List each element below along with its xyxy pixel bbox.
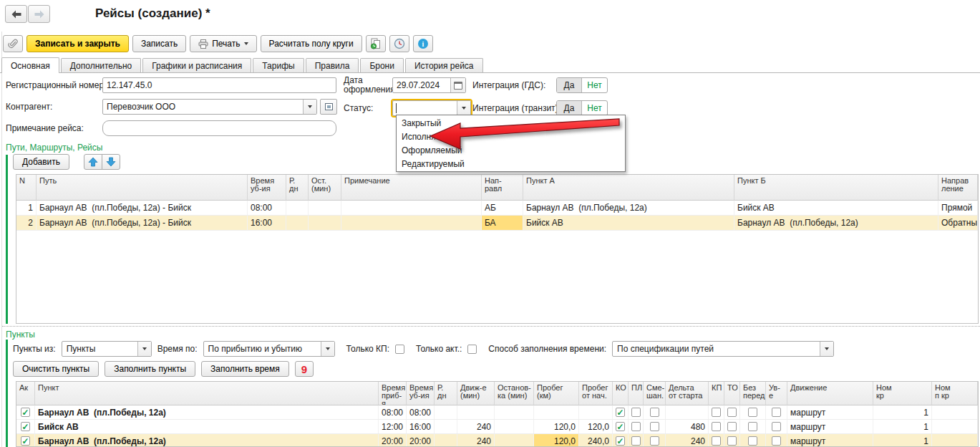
cell-nom-kr: 1 [873, 420, 932, 433]
cell-point-a: Барнаул АВ (пл.Победы, 12а) [523, 201, 734, 215]
tab-istoriya-reysa[interactable]: История рейса [405, 58, 483, 72]
chevron-down-icon[interactable] [321, 342, 334, 356]
tab-broni[interactable]: Брони [360, 58, 404, 72]
uv-checkbox[interactable] [772, 436, 781, 446]
chevron-down-icon[interactable] [303, 100, 316, 114]
integration-transit-yes-button[interactable]: Да [557, 101, 582, 115]
move-down-button[interactable] [102, 154, 120, 170]
issue-date-label: Дата оформления: [344, 76, 391, 95]
chevron-down-icon[interactable] [820, 342, 833, 356]
save-close-button[interactable]: Записать и закрыть [26, 35, 129, 52]
no-transfer-checkbox[interactable] [748, 408, 757, 417]
status-select[interactable] [392, 100, 471, 116]
to-checkbox[interactable] [727, 436, 737, 446]
cell-direction: Обратный [938, 216, 978, 230]
mixed-checkbox[interactable] [650, 408, 659, 417]
cell-dir-active: БА [482, 216, 523, 230]
info-button[interactable]: i [413, 35, 433, 52]
fill-method-select[interactable]: По спецификации путей [612, 341, 834, 357]
kp-checkbox[interactable] [712, 422, 721, 431]
only-act-checkbox[interactable] [467, 345, 477, 354]
column-header: Направ ление [938, 175, 978, 201]
cell-run-total [579, 405, 613, 419]
column-header: Ак [16, 382, 35, 405]
report-document-button[interactable] [366, 35, 386, 52]
cell-point-a: Бийск АВ [523, 216, 734, 230]
kp-checkbox[interactable] [712, 436, 721, 446]
column-header: Пробег (км) [534, 382, 579, 405]
only-kp-checkbox[interactable] [395, 345, 404, 354]
uv-checkbox[interactable] [772, 422, 781, 431]
to-checkbox[interactable] [727, 408, 737, 417]
save-button[interactable]: Записать [132, 35, 186, 52]
calc-half-circles-button[interactable]: Расчитать полу круги [261, 35, 362, 52]
ko-checkbox[interactable] [616, 408, 625, 417]
tab-dopolnitelno[interactable]: Дополнительно [61, 58, 141, 72]
clear-points-button[interactable]: Очистить пункты [13, 361, 99, 377]
fill-time-button[interactable]: Заполнить время [201, 361, 289, 377]
status-option-redaktiruemyj[interactable]: Редактируемый [397, 157, 625, 170]
reg-number-input[interactable]: 12.147.45.0 [102, 77, 336, 93]
points-section-title: Пункты [6, 330, 35, 340]
pl-checkbox[interactable] [631, 422, 641, 431]
ko-checkbox[interactable] [616, 436, 625, 446]
tab-grafiki-i-raspisaniya[interactable]: Графики и расписания [142, 58, 251, 72]
active-checkbox[interactable] [21, 436, 30, 446]
chevron-down-icon[interactable] [457, 101, 470, 115]
move-up-button[interactable] [84, 154, 102, 170]
cell-direction: Прямой [938, 201, 978, 215]
mixed-checkbox[interactable] [650, 436, 659, 446]
table-row-selected[interactable]: 2 Барнаул АВ (пл.Победы, 12а) - Бийск 16… [16, 216, 978, 231]
kp-checkbox[interactable] [712, 408, 721, 417]
tab-pravila[interactable]: Правила [306, 58, 359, 72]
integration-transit-no-button[interactable]: Нет [582, 101, 607, 115]
time-by-select[interactable]: По прибытию и убытию [203, 341, 335, 357]
table-row-selected[interactable]: Барнаул АВ (пл.Победы, 12а) 20:00 20:00 … [16, 434, 978, 447]
integration-gds-yes-button[interactable]: Да [557, 78, 582, 92]
integration-gds-no-button[interactable]: Нет [582, 78, 607, 92]
add-row-button[interactable]: Добавить [13, 154, 69, 170]
tab-osnovnaya[interactable]: Основная [1, 57, 59, 73]
column-header: Пробег от нач. [579, 382, 613, 405]
uv-checkbox[interactable] [772, 408, 781, 417]
active-checkbox[interactable] [21, 422, 30, 431]
chevron-down-icon[interactable] [137, 342, 151, 356]
table-row[interactable]: Барнаул АВ (пл.Победы, 12а) 08:00 08:00 … [16, 405, 978, 420]
table-row[interactable]: Бийск АВ 12:00 16:00 240 120,0 120,0 480… [16, 420, 978, 434]
print-button[interactable]: Печать [190, 35, 256, 52]
no-transfer-checkbox[interactable] [748, 436, 757, 446]
table-row[interactable]: 1 Барнаул АВ (пл.Победы, 12а) - Бийск 08… [16, 201, 978, 216]
contractor-open-button[interactable] [320, 99, 337, 115]
issue-date-input[interactable]: 29.07.2024 [392, 77, 466, 93]
routes-table: N Путь Время уб-ия Р. дн Ост. (мин) Прим… [16, 174, 979, 324]
forward-button[interactable] [28, 5, 50, 23]
attachment-button[interactable] [3, 35, 23, 52]
ko-checkbox[interactable] [616, 422, 625, 431]
tab-tarify[interactable]: Тарифы [253, 58, 304, 72]
back-button[interactable] [5, 5, 27, 23]
active-checkbox[interactable] [21, 408, 30, 417]
pl-checkbox[interactable] [631, 436, 641, 446]
pl-checkbox[interactable] [631, 408, 641, 417]
to-checkbox[interactable] [727, 422, 737, 431]
paperclip-icon [8, 39, 19, 49]
routes-table-header: N Путь Время уб-ия Р. дн Ост. (мин) Прим… [16, 175, 978, 201]
trip-note-input[interactable] [102, 120, 336, 136]
column-header: Без перед. [740, 382, 766, 405]
contractor-select[interactable]: Перевозчик ООО [102, 99, 317, 115]
fill-points-button[interactable]: Заполнить пункты [105, 361, 195, 377]
points-from-value: Пункты [62, 342, 137, 356]
mixed-checkbox[interactable] [650, 422, 659, 431]
cell-point-b: Барнаул АВ (пл.Победы, 12а) [734, 216, 938, 230]
cell-r-dn [286, 201, 309, 215]
points-from-select[interactable]: Пункты [62, 341, 152, 357]
column-header: Пункт А [523, 175, 734, 201]
calendar-button[interactable] [450, 78, 465, 92]
fill-method-label: Способ заполнения времени: [488, 344, 606, 354]
page-title: Рейсы (создание) * [95, 6, 210, 21]
fill-method-value: По спецификации путей [613, 342, 820, 356]
map-pin-button[interactable]: 9 [295, 361, 314, 377]
time-button[interactable] [389, 35, 409, 52]
cell-move-min: 240 [457, 420, 495, 433]
no-transfer-checkbox[interactable] [748, 422, 757, 431]
